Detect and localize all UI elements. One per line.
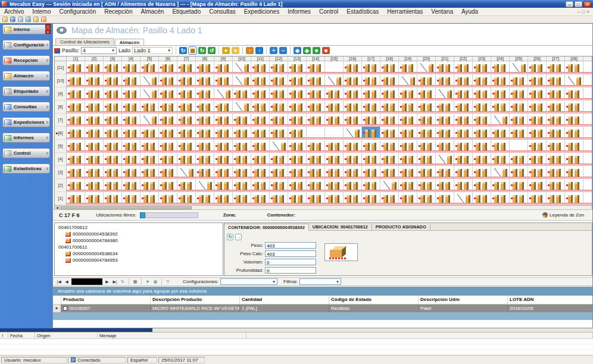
move-pallet-icon[interactable]: ◆ [294, 47, 301, 54]
grid-cell[interactable] [380, 114, 399, 127]
menu-ventana[interactable]: Ventana [427, 8, 457, 15]
grid-cell[interactable] [325, 61, 344, 74]
last-record-button[interactable]: ▶| [112, 280, 118, 284]
grid-cell[interactable] [177, 74, 196, 87]
tab-controldeubicaciones[interactable]: Control de Ubicaciones [55, 38, 114, 45]
grid-cell[interactable] [196, 74, 214, 87]
grid-cell[interactable] [399, 101, 417, 114]
grid-cell[interactable] [325, 153, 344, 166]
grid-cell[interactable] [122, 127, 141, 140]
grid-cell[interactable] [380, 61, 399, 74]
grid-cell[interactable] [104, 192, 122, 205]
grid-cell[interactable] [122, 101, 141, 114]
grid-cell[interactable] [436, 74, 454, 87]
grid-cell[interactable] [528, 140, 547, 153]
copy-icon[interactable]: ▣ [152, 280, 158, 284]
grid-cell[interactable] [565, 61, 583, 74]
sidebar-item-recepcion[interactable]: Recepción» [2, 55, 50, 65]
grid-cell[interactable] [122, 192, 141, 205]
grid-cell[interactable] [67, 140, 85, 153]
grid-cell[interactable] [399, 61, 417, 74]
grid-cell[interactable] [436, 192, 454, 205]
grid-cell[interactable] [177, 153, 196, 166]
grid-cell[interactable] [473, 61, 491, 74]
grid-cell[interactable] [547, 192, 565, 205]
grid-cell[interactable] [399, 166, 417, 179]
grid-cell[interactable] [362, 192, 380, 205]
grid-cell[interactable] [417, 179, 436, 192]
grid-cell[interactable] [270, 166, 288, 179]
grid-cell[interactable] [547, 140, 565, 153]
grid-cell[interactable] [233, 87, 251, 101]
grid-cell[interactable] [510, 101, 528, 114]
grid-cell[interactable] [325, 192, 344, 205]
child-minimize-button[interactable]: – [578, 8, 580, 15]
grid-cell[interactable] [436, 153, 454, 166]
refresh-records-icon[interactable]: ↻ [120, 280, 126, 284]
grid-cell[interactable] [473, 166, 491, 179]
grid-cell[interactable] [417, 192, 436, 205]
grid-cell[interactable] [436, 114, 454, 127]
grid-cell[interactable] [67, 61, 85, 74]
grid-cell[interactable] [214, 140, 233, 153]
grid-cell[interactable] [141, 140, 159, 153]
layout-icon[interactable] [26, 17, 31, 22]
grid-cell[interactable] [380, 127, 399, 140]
unlock-icon[interactable]: ● [232, 47, 239, 54]
grid-cell[interactable] [196, 140, 214, 153]
grid-cell[interactable] [547, 61, 565, 74]
grid-cell[interactable] [380, 101, 399, 114]
grid-cell[interactable] [547, 74, 565, 87]
menu-control[interactable]: Control [315, 8, 342, 15]
grid-cell[interactable] [528, 166, 547, 179]
menu-consultas[interactable]: Consultas [205, 8, 239, 15]
grid-cell[interactable] [177, 114, 196, 127]
grid-cell[interactable] [473, 153, 491, 166]
grid-cell[interactable] [288, 192, 307, 205]
grid-cell[interactable] [325, 74, 344, 87]
grid-cell[interactable] [344, 166, 362, 179]
grid-cell[interactable] [270, 61, 288, 74]
grid-cell[interactable] [380, 87, 399, 101]
grid-cell[interactable] [196, 127, 214, 140]
grid-cell[interactable] [528, 87, 547, 101]
grid-cell[interactable] [177, 192, 196, 205]
grid-cell[interactable] [436, 140, 454, 153]
grid-cell[interactable] [417, 114, 436, 127]
grid-cell[interactable] [547, 179, 565, 192]
grid-cell[interactable] [141, 166, 159, 179]
grid-cell[interactable] [177, 87, 196, 101]
menu-archivo[interactable]: Archivo [0, 8, 28, 15]
grid-cell[interactable] [288, 74, 307, 87]
grid-cell[interactable] [344, 192, 362, 205]
grid-cell[interactable] [159, 101, 177, 114]
grid-cell[interactable] [344, 61, 362, 74]
tree-node-container[interactable]: 00000000004784980 [58, 237, 223, 244]
first-record-button[interactable]: |◀ [56, 280, 62, 284]
grid-cell[interactable] [85, 192, 104, 205]
column-header-codigodeestado[interactable]: Código de Estado [329, 296, 419, 304]
grid-cell[interactable] [473, 114, 491, 127]
grid-cell[interactable] [454, 61, 473, 74]
grid-cell[interactable] [307, 127, 325, 140]
grid-cell[interactable] [122, 179, 141, 192]
menu-almacen[interactable]: Almacén [136, 8, 168, 15]
legend-button[interactable]: Leyenda de Zon [542, 212, 593, 218]
grid-cell[interactable] [233, 114, 251, 127]
clipboard-icon[interactable] [10, 17, 15, 22]
grid-cell[interactable] [362, 179, 380, 192]
grid-cell[interactable] [344, 101, 362, 114]
grid-cell[interactable] [417, 166, 436, 179]
grid-cell[interactable] [325, 179, 344, 192]
grid-cell[interactable] [214, 153, 233, 166]
grid-cell[interactable] [233, 192, 251, 205]
grid-cell[interactable] [473, 87, 491, 101]
grid-cell[interactable] [344, 127, 362, 140]
grid-cell[interactable] [288, 153, 307, 166]
grid-cell[interactable] [196, 153, 214, 166]
field-input-pesocalc[interactable]: 403 [265, 250, 316, 257]
grid-cell[interactable] [380, 153, 399, 166]
grid-cell[interactable] [399, 153, 417, 166]
grid-cell[interactable] [196, 114, 214, 127]
grid-cell[interactable] [454, 166, 473, 179]
